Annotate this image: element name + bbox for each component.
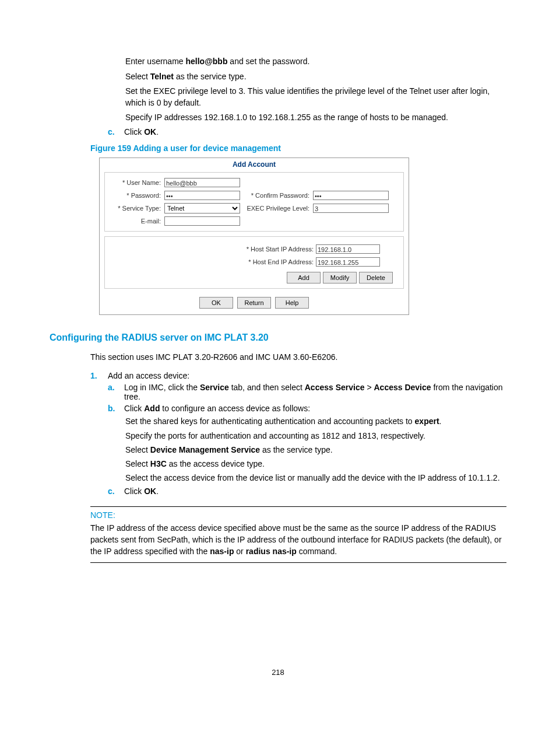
shot-form-bottom: * Host Start IP Address: 192.168.1.0 * H… <box>104 236 404 289</box>
screenshot: Add Account * User Name: hello@bbb * Pas… <box>99 158 409 315</box>
text: . <box>156 127 159 136</box>
text: as the service type. <box>260 445 333 454</box>
delete-button[interactable]: Delete <box>359 272 393 284</box>
servicetype-select[interactable]: Telnet <box>164 203 240 214</box>
text: and set the password. <box>227 57 309 66</box>
step-1: 1. Add an access device: <box>90 371 506 380</box>
ok-button[interactable]: OK <box>199 297 233 309</box>
step-marker: c. <box>108 487 124 496</box>
step-c2: c. Click OK. <box>108 487 506 496</box>
note-label: NOTE: <box>90 510 506 520</box>
text: command. <box>297 547 337 556</box>
page-number: 218 <box>50 668 506 677</box>
bold-text: hello@bbb <box>186 57 228 66</box>
step-text: Click OK. <box>124 127 159 136</box>
text: Click <box>124 487 144 496</box>
servicetype-label: * Service Type: <box>108 205 164 212</box>
text: > <box>365 383 374 392</box>
username-input[interactable]: hello@bbb <box>164 178 240 187</box>
b-sub3: Select Device Management Service as the … <box>125 444 506 456</box>
shot-footer-buttons: OK Return Help <box>100 293 409 314</box>
step-marker: 1. <box>90 371 108 380</box>
note-text: The IP address of the access device spec… <box>90 522 506 558</box>
confirm-label: * Confirm Password: <box>245 192 313 199</box>
bold-text: Add <box>144 404 160 413</box>
text: or <box>234 547 245 556</box>
screenshot-title: Add Account <box>100 158 409 172</box>
bold-text: radius nas-ip <box>246 547 297 556</box>
modify-button[interactable]: Modify <box>323 272 357 284</box>
password-input[interactable]: ••• <box>164 191 240 200</box>
step-c: c. Click OK. <box>108 127 506 136</box>
hostend-input[interactable]: 192.168.1.255 <box>316 257 380 267</box>
step-marker: c. <box>108 127 124 136</box>
b-sub2: Specify the ports for authentication and… <box>125 430 506 442</box>
bold-text: Service <box>200 383 229 392</box>
bold-text: Access Service <box>305 383 365 392</box>
confirm-input[interactable]: ••• <box>313 191 389 200</box>
bold-text: OK <box>144 127 156 136</box>
text: . <box>156 487 159 496</box>
step-b: b. Click Add to configure an access devi… <box>108 404 506 413</box>
text: as the service type. <box>174 72 247 81</box>
text: as the access device type. <box>167 459 265 468</box>
step-text: Click Add to configure an access device … <box>124 404 310 413</box>
intro-p3: Set the EXEC privilege level to 3. This … <box>125 86 506 108</box>
b-sub1: Set the shared keys for authenticating a… <box>125 415 506 427</box>
step-text: Log in IMC, click the Service tab, and t… <box>124 383 506 401</box>
email-label: E-mail: <box>108 218 164 225</box>
intro-p1: Enter username hello@bbb and set the pas… <box>125 56 506 68</box>
bold-text: expert <box>415 416 439 426</box>
text: to configure an access device as follows… <box>160 404 310 413</box>
section-intro: This section uses IMC PLAT 3.20-R2606 an… <box>90 351 506 363</box>
step-text: Click OK. <box>124 487 159 496</box>
bold-text: Access Device <box>374 383 431 392</box>
intro-p2: Select Telnet as the service type. <box>125 71 506 83</box>
text: Select <box>125 445 150 454</box>
intro-p4: Specify IP addresses 192.168.1.0 to 192.… <box>125 112 506 124</box>
step-text: Add an access device: <box>108 371 189 380</box>
email-input[interactable] <box>164 216 240 226</box>
bold-text: OK <box>144 487 156 496</box>
text: Click <box>124 127 144 136</box>
section-title: Configuring the RADIUS server on IMC PLA… <box>50 332 506 343</box>
return-button[interactable]: Return <box>237 297 271 309</box>
execlevel-label: EXEC Privilege Level: <box>245 205 313 212</box>
b-sub4: Select H3C as the access device type. <box>125 458 506 470</box>
b-sub5: Select the access device from the device… <box>125 472 506 484</box>
password-label: * Password: <box>108 192 164 199</box>
note-box: NOTE: The IP address of the access devic… <box>90 506 506 563</box>
text: Set the shared keys for authenticating a… <box>125 416 415 426</box>
step-a: a. Log in IMC, click the Service tab, an… <box>108 383 506 401</box>
figure-caption: Figure 159 Adding a user for device mana… <box>90 144 506 153</box>
username-label: * User Name: <box>108 179 164 186</box>
text: . <box>439 416 442 426</box>
step-marker: b. <box>108 404 124 413</box>
bold-text: nas-ip <box>210 547 234 556</box>
hoststart-label: * Host Start IP Address: <box>238 246 316 253</box>
help-button[interactable]: Help <box>275 297 309 309</box>
text: tab, and then select <box>229 383 305 392</box>
text: Enter username <box>125 57 186 66</box>
bold-text: H3C <box>150 459 167 468</box>
text: Log in IMC, click the <box>124 383 200 392</box>
step-marker: a. <box>108 383 124 401</box>
bold-text: Telnet <box>150 72 174 81</box>
hostend-label: * Host End IP Address: <box>238 258 316 265</box>
add-button[interactable]: Add <box>287 272 321 284</box>
text: Select <box>125 72 150 81</box>
execlevel-input[interactable]: 3 <box>313 204 389 213</box>
bold-text: Device Management Service <box>150 445 260 454</box>
hoststart-input[interactable]: 192.168.1.0 <box>316 244 380 254</box>
shot-form-top: * User Name: hello@bbb * Password: ••• *… <box>104 172 404 232</box>
text: Select <box>125 459 150 468</box>
text: Click <box>124 404 144 413</box>
